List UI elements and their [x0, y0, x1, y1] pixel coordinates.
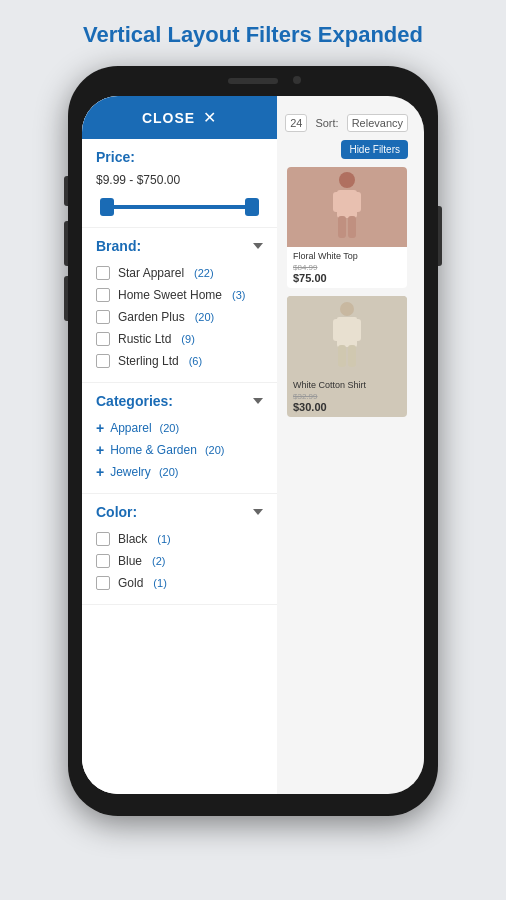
brand-section-header[interactable]: Brand: — [96, 238, 263, 254]
product-image-1 — [287, 167, 407, 247]
category-count-2: (20) — [159, 466, 179, 478]
category-item-2[interactable]: + Jewelry (20) — [96, 461, 263, 483]
phone-btn-left-3 — [64, 276, 68, 321]
price-section-header: Price: — [96, 149, 263, 165]
slider-thumb-left[interactable] — [100, 198, 114, 216]
product-price-1: $75.00 — [293, 272, 401, 284]
phone-speaker — [228, 78, 278, 84]
category-plus-icon-2: + — [96, 465, 104, 479]
categories-title: Categories: — [96, 393, 173, 409]
category-count-0: (20) — [160, 422, 180, 434]
brand-item-4[interactable]: Sterling Ltd (6) — [96, 350, 263, 372]
brand-item-0[interactable]: Star Apparel (22) — [96, 262, 263, 284]
color-section-header[interactable]: Color: — [96, 504, 263, 520]
color-count-2: (1) — [153, 577, 166, 589]
brand-item-2[interactable]: Garden Plus (20) — [96, 306, 263, 328]
color-name-0: Black — [118, 532, 147, 546]
brand-item-3[interactable]: Rustic Ltd (9) — [96, 328, 263, 350]
color-checkbox-1[interactable] — [96, 554, 110, 568]
brand-title: Brand: — [96, 238, 141, 254]
product-old-price-1: $84.99 — [293, 263, 401, 272]
sort-select[interactable]: Relevancy — [347, 114, 408, 132]
brand-count-1: (3) — [232, 289, 245, 301]
brand-name-0: Star Apparel — [118, 266, 184, 280]
category-name-1: Home & Garden — [110, 443, 197, 457]
svg-rect-11 — [348, 345, 356, 367]
svg-point-0 — [339, 172, 355, 188]
category-item-0[interactable]: + Apparel (20) — [96, 417, 263, 439]
svg-rect-4 — [338, 216, 346, 238]
brand-name-3: Rustic Ltd — [118, 332, 171, 346]
svg-point-6 — [340, 302, 354, 316]
brand-checkbox-3[interactable] — [96, 332, 110, 346]
hide-filters-button[interactable]: Hide Filters — [341, 140, 408, 159]
filter-close-bar[interactable]: CLOSE ✕ — [82, 96, 277, 139]
categories-chevron-icon — [253, 398, 263, 404]
brand-checkbox-2[interactable] — [96, 310, 110, 324]
close-label: CLOSE — [142, 110, 195, 126]
close-icon: ✕ — [203, 108, 217, 127]
color-section: Color: Black (1) Blue (2) Gold (1) — [82, 494, 277, 605]
phone-btn-left-2 — [64, 221, 68, 266]
slider-thumb-right[interactable] — [245, 198, 259, 216]
brand-section: Brand: Star Apparel (22) Home Sweet Home… — [82, 228, 277, 383]
brand-item-1[interactable]: Home Sweet Home (3) — [96, 284, 263, 306]
product-card-1: Floral White Top $84.99 $75.00 — [287, 167, 407, 288]
color-checkbox-0[interactable] — [96, 532, 110, 546]
brand-name-2: Garden Plus — [118, 310, 185, 324]
svg-rect-9 — [353, 319, 361, 341]
product-info-1: Floral White Top $84.99 $75.00 — [287, 247, 407, 288]
color-chevron-icon — [253, 509, 263, 515]
slider-track — [100, 205, 259, 209]
category-plus-icon-0: + — [96, 421, 104, 435]
phone-btn-right — [438, 206, 442, 266]
brand-checkbox-1[interactable] — [96, 288, 110, 302]
product-name-2: White Cotton Shirt — [293, 380, 401, 390]
category-name-2: Jewelry — [110, 465, 151, 479]
brand-checkbox-4[interactable] — [96, 354, 110, 368]
brand-count-2: (20) — [195, 311, 215, 323]
product-image-2 — [287, 296, 407, 376]
sort-label: Sort: — [315, 117, 338, 129]
brand-count-3: (9) — [181, 333, 194, 345]
brand-name-4: Sterling Ltd — [118, 354, 179, 368]
color-checkbox-2[interactable] — [96, 576, 110, 590]
price-slider[interactable] — [100, 197, 259, 217]
svg-rect-3 — [353, 192, 361, 212]
color-count-1: (2) — [152, 555, 165, 567]
items-per-page-select[interactable]: 24 — [285, 114, 307, 132]
product-card-2: White Cotton Shirt $32.99 $30.00 — [287, 296, 407, 417]
brand-count-4: (6) — [189, 355, 202, 367]
svg-rect-5 — [348, 216, 356, 238]
color-item-2[interactable]: Gold (1) — [96, 572, 263, 594]
phone-screen: Items per page: 24 Sort: Relevancy Hide … — [82, 96, 424, 794]
category-count-1: (20) — [205, 444, 225, 456]
page-title: Vertical Layout Filters Expanded — [0, 0, 506, 66]
product-price-2: $30.00 — [293, 401, 401, 413]
category-name-0: Apparel — [110, 421, 151, 435]
svg-rect-8 — [333, 319, 341, 341]
color-name-2: Gold — [118, 576, 143, 590]
brand-checkbox-0[interactable] — [96, 266, 110, 280]
category-plus-icon-1: + — [96, 443, 104, 457]
brand-name-1: Home Sweet Home — [118, 288, 222, 302]
svg-rect-10 — [338, 345, 346, 367]
product-old-price-2: $32.99 — [293, 392, 401, 401]
color-name-1: Blue — [118, 554, 142, 568]
filter-panel: CLOSE ✕ Price: $9.99 - $750.00 Brand: — [82, 96, 277, 794]
category-item-1[interactable]: + Home & Garden (20) — [96, 439, 263, 461]
brand-count-0: (22) — [194, 267, 214, 279]
categories-section-header[interactable]: Categories: — [96, 393, 263, 409]
brand-chevron-icon — [253, 243, 263, 249]
phone-btn-left-1 — [64, 176, 68, 206]
phone-camera — [293, 76, 301, 84]
svg-rect-2 — [333, 192, 341, 212]
color-item-1[interactable]: Blue (2) — [96, 550, 263, 572]
categories-section: Categories: + Apparel (20) + Home & Gard… — [82, 383, 277, 494]
product-name-1: Floral White Top — [293, 251, 401, 261]
product-info-2: White Cotton Shirt $32.99 $30.00 — [287, 376, 407, 417]
color-count-0: (1) — [157, 533, 170, 545]
color-item-0[interactable]: Black (1) — [96, 528, 263, 550]
price-section: Price: $9.99 - $750.00 — [82, 139, 277, 228]
price-title: Price: — [96, 149, 135, 165]
